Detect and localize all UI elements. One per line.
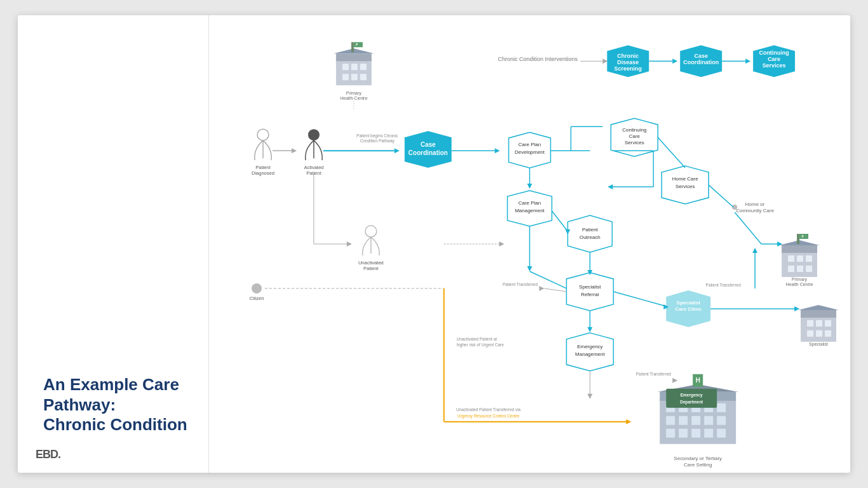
specialist-hospital-label: Specialist [809,342,828,347]
unactivated-label2: Patient [363,266,379,271]
citizen-label: Citizen [249,295,264,301]
arrow-hex2-3-head [745,58,750,64]
diagram-svg: P Primary Health Centre Chronic Conditio… [209,15,850,473]
svg-rect-19 [797,266,803,272]
hex-em-label2: Management [575,351,605,357]
svg-rect-15 [788,255,794,262]
transferred-label1: Patient Transferred [503,282,538,287]
arrow-em-down-head [587,394,592,399]
arrow-loop-head [607,184,613,189]
hex-cpm-label2: Management [515,208,545,214]
svg-rect-42 [717,403,726,412]
hex-scc-label2: Care Clinic [675,306,702,312]
arrow-cont-home [658,137,685,168]
hex-cont-top-label1: Continuing [759,50,789,56]
hex-cont-label1: Continuing [622,127,646,133]
hex-main-label1: Case [421,141,436,148]
primary-health-right: P [779,234,820,277]
hex-cont-label3: Services [625,140,644,146]
emergency-dept-label2: Department [680,400,703,405]
unactivated-risk-label2: higher risk of Urgent Care [457,342,505,348]
svg-rect-43 [666,416,675,425]
unact-transferred-label2: Urgency Resource Control Centre [458,414,520,419]
hex-cpm-label1: Care Plan [519,200,541,206]
pathway-label1: Patient begins Chronic [356,133,398,139]
citizen-icon [252,283,262,294]
pathway-label2: Condition Pathway [360,139,395,144]
dashed-unact-head [499,241,505,247]
home-community-label1: Home or [745,201,765,207]
svg-rect-44 [679,416,688,425]
page-title: An Example Care Pathway:Chronic Conditio… [43,375,189,435]
patient-diagnosed-body [255,140,271,160]
secondary-tertiary-building: H [657,374,738,444]
svg-rect-25 [801,310,836,318]
unactivated-risk-label1: Unactivated Patient at [457,337,498,341]
svg-rect-20 [806,266,812,272]
svg-rect-13 [782,245,817,253]
hex-cpd-label2: Development [515,149,545,155]
svg-rect-24 [801,316,836,342]
svg-rect-10 [354,42,363,47]
svg-rect-52 [717,429,726,438]
left-panel: An Example Care Pathway:Chronic Conditio… [18,15,208,473]
svg-rect-18 [788,266,794,272]
svg-rect-5 [360,64,367,70]
primary-health-centre-top: P [334,42,374,85]
svg-rect-29 [825,320,831,327]
svg-rect-30 [807,330,813,337]
hex-chronic-label2: Disease [617,59,639,65]
hex-po-label1: Patient [582,227,599,233]
primary-health-label-top: Primary [346,91,362,96]
patient-diagnosed-head [257,129,269,140]
hex-chronic-label3: Screening [614,65,642,72]
hex-case-top-label1: Case [694,53,707,59]
slide: An Example Care Pathway:Chronic Conditio… [18,15,850,473]
arrow-to-phc-right [735,212,761,244]
svg-rect-47 [717,416,726,425]
arrow-unactivated-head [347,241,352,247]
arrow-cpm-down-head [527,266,532,271]
hex-main-label2: Coordination [409,149,448,156]
patient-diagnosed-label: Patient [255,165,271,170]
orange-arrow-head [626,419,631,424]
arrow-home-community [709,185,733,207]
arrow-act-coord-head [395,148,400,153]
arrow-coord-careplan-head [495,148,500,153]
secondary-tertiary-label2: Care Setting [684,462,712,468]
svg-rect-4 [351,64,358,70]
svg-rect-50 [691,429,700,438]
arrow-cpm-po [552,211,567,231]
unactivated-label1: Unactivated [358,260,384,266]
arrow-interventions-head [602,58,607,64]
svg-rect-27 [807,320,813,327]
home-community-label2: Community Care [736,208,774,214]
activated-patient-label: Activated [304,165,323,170]
hex-case-top-label2: Coordination [683,59,719,65]
svg-rect-7 [351,74,358,80]
unactivated-patient-head [365,226,377,237]
arrow-transferred-head1 [539,286,544,291]
arrow-diag-act-head [292,148,297,153]
arrow-hex1-2-head [672,58,677,64]
primary-health-right-label: Primary [792,277,808,282]
arrow-scc-sh-head [794,306,799,311]
arrow-cpm-po-head [565,229,570,234]
svg-rect-8 [360,74,367,80]
hex-hcs-label2: Services [675,184,695,189]
arrow-transferred-head2 [672,378,677,383]
hex-sr-label1: Specialist [579,284,601,290]
svg-rect-1 [336,53,372,61]
arrow-phc-right-head [777,241,782,247]
unact-transferred-label1: Unactivated Patient Transferred via [456,407,521,412]
svg-rect-21 [797,234,799,244]
arrow-transferred1 [544,288,566,292]
activated-patient-body [306,140,322,160]
svg-rect-6 [342,74,349,80]
arrow-up-phc-head [752,248,757,253]
logo: EBD. [36,448,60,461]
hex-hcs-label1: Home Care [672,176,698,182]
hex-cpd-label1: Care Plan [519,142,541,147]
svg-rect-3 [342,64,349,70]
unactivated-patient-body [363,237,379,255]
